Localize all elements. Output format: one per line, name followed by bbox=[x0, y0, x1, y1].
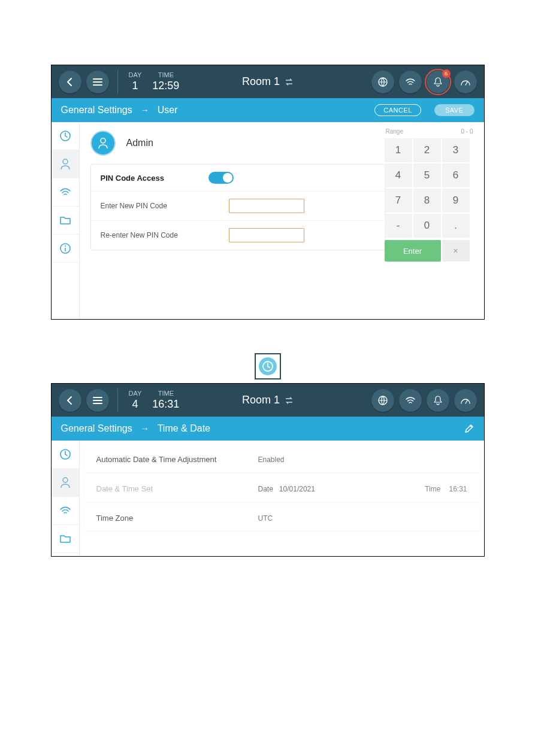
keypad: Range 0 - 0 1 2 3 4 5 6 7 8 9 - 0 . bbox=[385, 128, 474, 262]
range-label: Range bbox=[386, 128, 403, 135]
row-datetime-set[interactable]: Date & Time Set Date 10/01/2021 Time 16:… bbox=[84, 476, 479, 502]
header-bar: DAY1 TIME12:59 Room 1 6 bbox=[52, 65, 484, 98]
key-backspace[interactable]: × bbox=[442, 240, 470, 262]
key-enter[interactable]: Enter bbox=[385, 240, 441, 262]
content-area: Admin PIN Code Access Enter New PIN Code… bbox=[80, 122, 484, 319]
day-time-display: DAY4 TIME16:31 bbox=[129, 389, 180, 412]
chevron-right-icon: → bbox=[141, 424, 149, 433]
breadcrumb-bar: General Settings → Time & Date bbox=[52, 417, 484, 441]
swap-icon bbox=[285, 78, 293, 86]
header-bar: DAY4 TIME16:31 Room 1 bbox=[52, 384, 484, 417]
sidebar-item-wifi[interactable] bbox=[52, 178, 79, 207]
chevron-right-icon: → bbox=[141, 105, 149, 115]
gauge-button[interactable] bbox=[454, 71, 477, 93]
screenshot-user-settings: DAY1 TIME12:59 Room 1 6 General Settings… bbox=[51, 65, 485, 320]
pin-access-toggle[interactable] bbox=[208, 172, 234, 184]
back-button[interactable] bbox=[59, 389, 81, 412]
screenshot-time-date: DAY4 TIME16:31 Room 1 General Settings →… bbox=[51, 383, 485, 557]
menu-button[interactable] bbox=[86, 389, 109, 412]
day-value: 4 bbox=[132, 397, 138, 411]
time-value: 12:59 bbox=[152, 79, 179, 93]
pin-access-label: PIN Code Access bbox=[101, 174, 164, 183]
time-value: 16:31 bbox=[449, 485, 467, 493]
key-3[interactable]: 3 bbox=[442, 138, 470, 162]
time-label: TIME bbox=[158, 389, 174, 397]
range-value: 0 - 0 bbox=[461, 128, 473, 135]
datetime-set-label: Date & Time Set bbox=[96, 484, 258, 493]
reenter-pin-label: Re-enter New PIN Code bbox=[101, 231, 220, 239]
room-selector[interactable]: Room 1 bbox=[242, 394, 293, 406]
globe-button[interactable] bbox=[371, 389, 394, 412]
user-avatar-icon bbox=[90, 130, 116, 156]
key-minus[interactable]: - bbox=[385, 214, 412, 238]
key-8[interactable]: 8 bbox=[413, 189, 441, 212]
notifications-button[interactable]: 6 bbox=[427, 71, 449, 93]
row-timezone[interactable]: Time Zone UTC bbox=[84, 505, 479, 531]
key-1[interactable]: 1 bbox=[385, 138, 412, 162]
key-4[interactable]: 4 bbox=[385, 163, 412, 187]
svg-point-9 bbox=[63, 478, 68, 482]
date-value: 10/01/2021 bbox=[279, 485, 315, 493]
breadcrumb-leaf: User bbox=[158, 105, 178, 116]
breadcrumb-root: General Settings bbox=[61, 423, 132, 434]
save-button[interactable]: SAVE bbox=[434, 104, 474, 116]
key-dot[interactable]: . bbox=[442, 214, 470, 238]
auto-adjust-label: Automatic Date & Time Adjustment bbox=[96, 455, 258, 464]
date-label: Date bbox=[258, 485, 273, 493]
day-label: DAY bbox=[129, 71, 142, 79]
divider bbox=[117, 388, 118, 412]
key-5[interactable]: 5 bbox=[413, 163, 441, 187]
gauge-button[interactable] bbox=[454, 389, 477, 412]
edit-button[interactable] bbox=[464, 423, 474, 434]
timezone-label: Time Zone bbox=[96, 514, 258, 523]
time-value: 16:31 bbox=[152, 397, 179, 411]
content-area: Automatic Date & Time Adjustment Enabled… bbox=[80, 441, 484, 556]
day-time-display: DAY1 TIME12:59 bbox=[129, 71, 180, 93]
sidebar-item-time[interactable] bbox=[52, 122, 79, 150]
notification-badge: 6 bbox=[442, 69, 451, 78]
sidebar-item-folder[interactable] bbox=[52, 207, 79, 235]
key-2[interactable]: 2 bbox=[413, 138, 441, 162]
breadcrumb-leaf: Time & Date bbox=[158, 423, 210, 434]
sidebar-item-time[interactable] bbox=[52, 441, 79, 469]
enter-pin-input[interactable] bbox=[229, 199, 304, 213]
row-auto-adjust[interactable]: Automatic Date & Time Adjustment Enabled bbox=[84, 447, 479, 472]
swap-icon bbox=[285, 397, 293, 404]
globe-button[interactable] bbox=[371, 71, 394, 93]
key-9[interactable]: 9 bbox=[442, 189, 470, 212]
key-0[interactable]: 0 bbox=[413, 214, 441, 238]
reenter-pin-input[interactable] bbox=[229, 228, 304, 242]
svg-point-4 bbox=[65, 245, 66, 247]
day-value: 1 bbox=[132, 79, 138, 93]
cancel-button[interactable]: CANCEL bbox=[374, 104, 421, 116]
wifi-button[interactable] bbox=[399, 389, 422, 412]
breadcrumb-root: General Settings bbox=[61, 105, 132, 116]
room-nameector-label: Room 1 bbox=[242, 75, 280, 88]
breadcrumb-bar: General Settings → User CANCEL SAVE bbox=[52, 98, 484, 122]
pin-card: PIN Code Access Enter New PIN Code Re-en… bbox=[90, 164, 385, 250]
key-6[interactable]: 6 bbox=[442, 163, 470, 187]
sidebar-item-info[interactable] bbox=[52, 235, 79, 263]
auto-adjust-value: Enabled bbox=[258, 456, 285, 464]
day-label: DAY bbox=[129, 389, 142, 397]
room-selector[interactable]: Room 1 bbox=[242, 75, 293, 88]
sidebar bbox=[52, 122, 80, 319]
time-label: Time bbox=[425, 485, 440, 493]
clock-tab-icon bbox=[255, 353, 281, 379]
svg-point-5 bbox=[101, 138, 105, 143]
user-name: Admin bbox=[126, 138, 153, 148]
sidebar-item-folder[interactable] bbox=[52, 525, 79, 553]
notifications-button[interactable] bbox=[427, 389, 449, 412]
sidebar-item-user[interactable] bbox=[52, 150, 79, 178]
sidebar-item-wifi[interactable] bbox=[52, 497, 79, 525]
time-label: TIME bbox=[158, 71, 174, 79]
sidebar bbox=[52, 441, 80, 556]
wifi-button[interactable] bbox=[399, 71, 422, 93]
back-button[interactable] bbox=[59, 71, 81, 93]
menu-button[interactable] bbox=[86, 71, 109, 93]
key-7[interactable]: 7 bbox=[385, 189, 412, 212]
svg-point-2 bbox=[63, 159, 68, 164]
sidebar-item-user[interactable] bbox=[52, 469, 79, 497]
enter-pin-label: Enter New PIN Code bbox=[101, 202, 220, 210]
divider bbox=[117, 70, 118, 94]
